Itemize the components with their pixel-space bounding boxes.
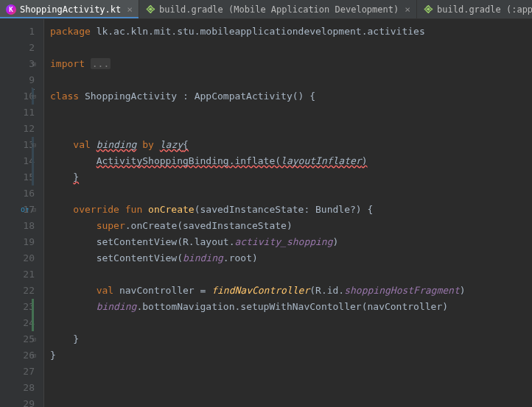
tab-build-gradle-app[interactable]: 🞚 build.gradle (:app) × [417,0,532,18]
fold-open-icon[interactable]: ⊟ [32,202,36,218]
line-number: 18 [0,218,35,234]
line-number: 26⊟ [0,347,35,364]
folded-imports[interactable]: ... [91,58,111,69]
line-number: 19 [0,234,35,250]
line-number: o↑17⊟ [0,202,35,218]
line-number: 23 [0,299,35,315]
override-icon[interactable]: o↑ [21,202,29,218]
line-number: 13⊟ [0,137,35,153]
line-number: 16 [0,185,35,202]
line-number: 12 [0,121,35,137]
tab-label: build.gradle (Mobile Application Develop… [159,4,399,15]
fold-close-icon[interactable]: ⊟ [32,331,36,347]
tab-label: build.gradle (:app) [437,4,532,15]
fold-open-icon[interactable]: ⊟ [32,137,36,153]
kotlin-icon: K [6,4,16,15]
line-number: 20 [0,250,35,266]
line-number: 1 [0,24,35,40]
close-icon[interactable]: × [127,4,133,15]
line-number: 10⊟ [0,88,35,105]
editor-tab-bar: K ShoppingActivity.kt × 🞚 build.gradle (… [0,0,532,19]
gradle-icon: 🞚 [145,4,155,15]
line-number: 29 [0,396,35,407]
close-icon[interactable]: × [405,4,410,15]
line-number: 24 [0,315,35,331]
line-number: 25⊟ [0,331,35,347]
line-number: 28 [0,380,35,396]
line-number: 11 [0,105,35,121]
tab-label: ShoppingActivity.kt [20,4,121,15]
line-number: 9▸ [0,72,35,88]
tab-build-gradle-root[interactable]: 🞚 build.gradle (Mobile Application Devel… [139,0,417,18]
fold-collapsed-icon[interactable]: ⊞ [32,56,36,72]
line-number: 21 [0,266,35,283]
editor-area: 1 2 3⊞ 9▸ 10⊟ 11 12 13⊟ 14 15 16 o↑17⊟ 1… [0,19,532,407]
line-gutter[interactable]: 1 2 3⊞ 9▸ 10⊟ 11 12 13⊟ 14 15 16 o↑17⊟ 1… [0,19,44,407]
line-number: 22 [0,283,35,299]
code-content[interactable]: package lk.ac.kln.mit.stu.mobileapplicat… [44,19,532,407]
tab-shopping-activity[interactable]: K ShoppingActivity.kt × [0,0,139,18]
line-number: 14 [0,153,35,169]
line-number: 15 [0,169,35,185]
fold-open-icon[interactable]: ⊟ [32,88,36,105]
gradle-icon: 🞚 [423,4,433,15]
line-number: 2 [0,40,35,56]
fold-close-icon[interactable]: ⊟ [32,347,36,364]
line-number: 3⊞ [0,56,35,72]
line-number: 27 [0,364,35,380]
